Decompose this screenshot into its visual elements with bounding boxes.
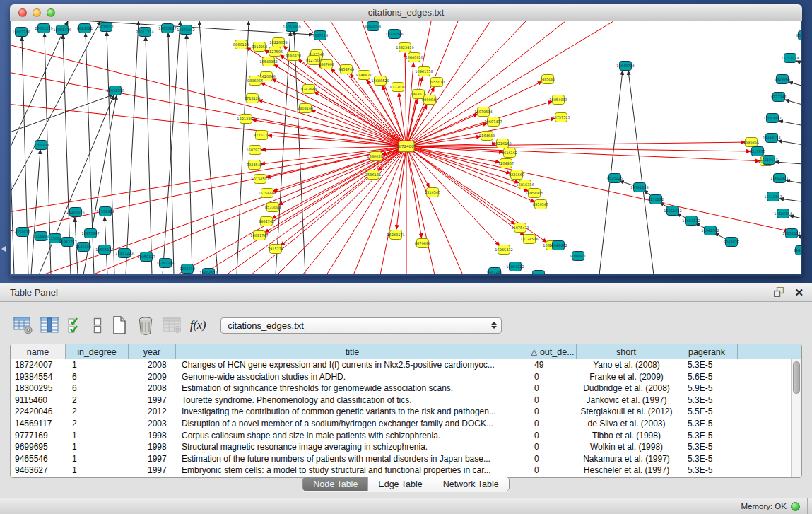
node[interactable]: 9130232 (648, 195, 664, 204)
node[interactable]: 20206576 (66, 208, 84, 217)
selected-node[interactable]: 2718126 (245, 94, 260, 103)
selected-node[interactable]: 18724007 (396, 141, 416, 152)
close-table-panel-icon[interactable]: ✕ (794, 287, 804, 298)
node[interactable]: 16051212 (664, 206, 681, 216)
selected-node[interactable]: 9725127 (254, 131, 269, 140)
selected-node[interactable]: 16079734 (246, 146, 264, 155)
selected-node[interactable]: 8912954 (252, 42, 267, 52)
node[interactable]: 23011214 (136, 28, 153, 37)
node[interactable]: 16053809 (283, 23, 300, 32)
node[interactable]: 10958107 (137, 252, 155, 262)
select-all-checks-icon[interactable] (65, 315, 86, 336)
node[interactable]: 19981216 (12, 28, 30, 37)
node[interactable]: 16648784 (616, 62, 634, 71)
selected-node[interactable]: 2867608 (319, 60, 334, 69)
selected-node[interactable]: 16640910 (405, 53, 423, 62)
node[interactable]: 13505115 (95, 245, 113, 255)
zoom-window-icon[interactable] (47, 8, 55, 17)
tab-node-table[interactable]: Node Table (303, 477, 368, 491)
node[interactable]: 16791233 (630, 183, 648, 192)
selected-node[interactable]: 18757515 (552, 113, 570, 122)
selected-node[interactable]: 9896066 (247, 76, 263, 86)
scrollbar-thumb[interactable] (793, 361, 800, 394)
node[interactable]: 10975867 (81, 229, 99, 238)
node[interactable]: 9048321 (570, 252, 586, 261)
table-selector-dropdown[interactable]: citations_edges.txt (220, 317, 502, 334)
selected-node[interactable]: 14954905 (525, 189, 543, 198)
selected-node[interactable]: 8454749 (339, 65, 354, 74)
close-window-icon[interactable] (18, 8, 27, 17)
selected-node[interactable]: 7924542 (247, 160, 262, 170)
table-mode-icon[interactable] (13, 315, 34, 336)
node[interactable]: 9509281 (796, 31, 801, 40)
node[interactable]: 17957223 (115, 249, 133, 258)
column-header-in_degree[interactable]: in_degree (66, 344, 129, 359)
selected-node[interactable]: 16248171 (387, 230, 404, 240)
node[interactable]: 9525125 (607, 174, 623, 183)
selected-node[interactable]: 9221660 (509, 170, 524, 180)
tab-edge-table[interactable]: Edge Table (368, 477, 433, 491)
node[interactable]: 8215955 (750, 147, 765, 156)
node[interactable]: 4350831 (15, 228, 30, 237)
node[interactable]: 9245012 (180, 264, 195, 274)
selected-node[interactable]: 16954093 (549, 95, 567, 105)
selected-node[interactable]: 9242844 (301, 85, 317, 94)
float-window-icon[interactable] (774, 287, 784, 297)
selected-node[interactable]: 15688520 (371, 76, 389, 86)
node[interactable]: 15692971 (770, 174, 788, 183)
selected-node[interactable]: 8164643 (479, 132, 495, 141)
selected-node[interactable]: 9146821 (356, 71, 372, 80)
table-row[interactable]: 1938455462009Genome-wide association stu… (11, 371, 791, 383)
column-header-year[interactable]: year (129, 344, 176, 359)
selected-node[interactable]: 1514545 (425, 188, 440, 197)
node[interactable]: 20681219 (35, 24, 52, 33)
node[interactable]: 9227341 (771, 93, 787, 102)
node[interactable]: 10894212 (506, 262, 524, 271)
node[interactable]: 12093852 (763, 114, 781, 123)
table-row[interactable]: 969969511998Structural magnetic resonanc… (11, 441, 791, 453)
column-header-title[interactable]: title (176, 344, 529, 359)
table-row[interactable]: 1872400712008Changes of HCN gene express… (11, 359, 791, 371)
selected-node[interactable]: 10134507 (251, 175, 269, 184)
table-row[interactable]: 1830029562008Estimation of significance … (11, 382, 791, 395)
table-vertical-scrollbar[interactable] (791, 359, 801, 477)
selected-node[interactable]: 13124516 (520, 235, 538, 244)
memory-status-icon[interactable] (791, 502, 800, 511)
selected-node[interactable]: 8186328 (286, 52, 301, 61)
node[interactable]: 17359924 (96, 207, 114, 216)
column-selector-icon[interactable] (39, 315, 60, 336)
node[interactable]: 1694215 (531, 271, 546, 274)
selected-node[interactable]: 9462742 (259, 217, 274, 226)
column-header-pagerank[interactable]: pagerank (676, 344, 738, 359)
table-row[interactable]: 946554611997Estimation of the future num… (11, 453, 791, 465)
table-row[interactable]: 946362711997Embryonic stem cells: a mode… (11, 465, 791, 477)
node[interactable]: 8813054 (365, 22, 381, 31)
selected-node[interactable]: 8322037 (390, 83, 406, 92)
minimize-window-icon[interactable] (33, 8, 41, 17)
column-header-out_de[interactable]: △out_de... (529, 344, 577, 359)
node[interactable]: 12444154 (763, 134, 780, 143)
node[interactable]: 10081476 (53, 25, 71, 35)
tab-network-table[interactable]: Network Table (433, 477, 509, 491)
node[interactable]: 9245028 (794, 246, 801, 255)
node[interactable]: 10328154 (774, 209, 792, 218)
selected-node[interactable]: 8533093 (265, 203, 281, 212)
node[interactable]: 2051304 (33, 141, 49, 150)
selected-node[interactable]: 1595851 (743, 138, 759, 147)
node[interactable]: 1145194 (76, 243, 91, 252)
selected-node[interactable]: 9990044 (422, 95, 437, 105)
node[interactable]: 8824321 (77, 24, 93, 33)
selected-node[interactable]: 9127505 (267, 47, 283, 57)
selected-node[interactable]: 8960124 (233, 40, 249, 49)
selected-node[interactable]: 13325419 (396, 43, 413, 52)
selected-node[interactable]: 18226058 (269, 38, 287, 47)
selected-node[interactable]: 7955030 (429, 78, 445, 87)
column-header-name[interactable]: name (11, 344, 66, 359)
column-header-short[interactable]: short (577, 344, 676, 359)
node[interactable]: 8429051 (98, 23, 114, 32)
node[interactable]: 19218586 (385, 30, 403, 39)
table-row[interactable]: 2242004622012Investigating the contribut… (11, 406, 791, 418)
table-row[interactable]: 977716911998Corpus callosum shape and si… (11, 430, 791, 442)
selected-node[interactable]: 16945432 (495, 245, 512, 255)
selected-node[interactable]: 16154447 (258, 189, 276, 198)
